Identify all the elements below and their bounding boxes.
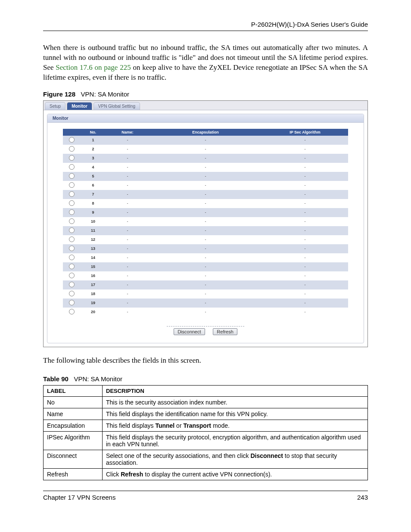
row-select-radio[interactable] bbox=[69, 209, 75, 215]
page-footer: Chapter 17 VPN Screens 243 bbox=[43, 494, 368, 501]
row-algo: - bbox=[262, 163, 348, 172]
footer-right: 243 bbox=[357, 494, 368, 501]
row-no: 2 bbox=[80, 145, 106, 154]
table-row: 4--- bbox=[63, 163, 348, 172]
row-no: 17 bbox=[80, 280, 106, 289]
row-encap: - bbox=[149, 253, 262, 262]
desc-label: Refresh bbox=[44, 468, 103, 480]
page-header: P-2602H(W)(L)-DxA Series User's Guide bbox=[43, 21, 368, 28]
table-row: 15--- bbox=[63, 262, 348, 271]
table-row: 3--- bbox=[63, 154, 348, 163]
tab-setup[interactable]: Setup bbox=[45, 102, 65, 110]
disconnect-button[interactable]: Disconnect bbox=[174, 328, 205, 335]
row-algo: - bbox=[262, 299, 348, 308]
row-select-radio[interactable] bbox=[69, 236, 75, 242]
row-select-radio[interactable] bbox=[69, 200, 75, 206]
row-radio-cell bbox=[63, 244, 80, 253]
desc-label: Disconnect bbox=[44, 450, 103, 468]
row-select-radio[interactable] bbox=[69, 273, 75, 278]
desc-row: NoThis is the security association index… bbox=[44, 396, 368, 408]
row-radio-cell bbox=[63, 145, 80, 154]
row-select-radio[interactable] bbox=[69, 164, 75, 170]
table-row: 13--- bbox=[63, 244, 348, 253]
table-row: 11--- bbox=[63, 226, 348, 235]
row-select-radio[interactable] bbox=[69, 191, 75, 197]
row-algo: - bbox=[262, 181, 348, 190]
table-row: 9--- bbox=[63, 208, 348, 217]
header-rule bbox=[43, 31, 368, 31]
row-encap: - bbox=[149, 190, 262, 199]
row-select-radio[interactable] bbox=[69, 155, 75, 161]
row-encap: - bbox=[149, 226, 262, 235]
row-encap: - bbox=[149, 145, 262, 154]
col-name: Name: bbox=[106, 129, 149, 136]
row-name: - bbox=[106, 172, 149, 181]
row-algo: - bbox=[262, 235, 348, 244]
row-encap: - bbox=[149, 308, 262, 317]
row-algo: - bbox=[262, 154, 348, 163]
row-name: - bbox=[106, 262, 149, 271]
row-select-radio[interactable] bbox=[69, 173, 75, 179]
desc-label: Name bbox=[44, 408, 103, 420]
row-select-radio[interactable] bbox=[69, 282, 75, 287]
row-encap: - bbox=[149, 289, 262, 299]
row-name: - bbox=[106, 217, 149, 226]
row-name: - bbox=[106, 208, 149, 217]
row-select-radio[interactable] bbox=[69, 146, 75, 152]
table-row: 16--- bbox=[63, 271, 348, 280]
row-select-radio[interactable] bbox=[69, 255, 75, 260]
table-row: 18--- bbox=[63, 289, 348, 299]
col-no: No. bbox=[80, 129, 106, 136]
row-select-radio[interactable] bbox=[69, 264, 75, 269]
row-encap: - bbox=[149, 280, 262, 289]
row-select-radio[interactable] bbox=[69, 300, 75, 305]
row-no: 14 bbox=[80, 253, 106, 262]
row-encap: - bbox=[149, 136, 262, 145]
table-row: 1--- bbox=[63, 136, 348, 145]
table-row: 19--- bbox=[63, 299, 348, 308]
row-no: 19 bbox=[80, 299, 106, 308]
row-no: 5 bbox=[80, 172, 106, 181]
intro-paragraph: When there is outbound traffic but no in… bbox=[43, 43, 368, 83]
row-algo: - bbox=[262, 226, 348, 235]
row-select-radio[interactable] bbox=[69, 227, 75, 233]
table-row: 5--- bbox=[63, 172, 348, 181]
desc-row: NameThis field displays the identificati… bbox=[44, 408, 368, 420]
row-encap: - bbox=[149, 172, 262, 181]
row-select-radio[interactable] bbox=[69, 291, 75, 296]
row-encap: - bbox=[149, 208, 262, 217]
row-algo: - bbox=[262, 308, 348, 317]
desc-text: This field displays Tunnel or Transport … bbox=[103, 420, 368, 431]
row-name: - bbox=[106, 244, 149, 253]
row-select-radio[interactable] bbox=[69, 137, 75, 143]
tab-vpn-global-setting[interactable]: VPN Global Setting bbox=[93, 102, 140, 110]
figure-label: Figure 128 bbox=[43, 90, 75, 98]
row-select-radio[interactable] bbox=[69, 218, 75, 224]
row-no: 20 bbox=[80, 308, 106, 317]
row-select-radio[interactable] bbox=[69, 182, 75, 188]
row-radio-cell bbox=[63, 208, 80, 217]
table-row: 6--- bbox=[63, 181, 348, 190]
row-no: 3 bbox=[80, 154, 106, 163]
tab-monitor[interactable]: Monitor bbox=[67, 102, 92, 110]
row-name: - bbox=[106, 289, 149, 299]
desc-label: IPSec Algorithm bbox=[44, 431, 103, 450]
row-select-radio[interactable] bbox=[69, 246, 75, 251]
row-name: - bbox=[106, 280, 149, 289]
section-link[interactable]: Section 17.6 on page 225 bbox=[56, 63, 131, 72]
row-name: - bbox=[106, 154, 149, 163]
row-name: - bbox=[106, 308, 149, 317]
row-radio-cell bbox=[63, 154, 80, 163]
row-encap: - bbox=[149, 262, 262, 271]
row-algo: - bbox=[262, 244, 348, 253]
row-select-radio[interactable] bbox=[69, 309, 75, 314]
row-no: 15 bbox=[80, 262, 106, 271]
row-name: - bbox=[106, 145, 149, 154]
row-name: - bbox=[106, 299, 149, 308]
refresh-button[interactable]: Refresh bbox=[213, 328, 237, 335]
row-encap: - bbox=[149, 217, 262, 226]
desc-text: This is the security association index n… bbox=[103, 396, 368, 408]
row-name: - bbox=[106, 136, 149, 145]
col-encap: Encapsulation bbox=[149, 129, 262, 136]
row-encap: - bbox=[149, 299, 262, 308]
